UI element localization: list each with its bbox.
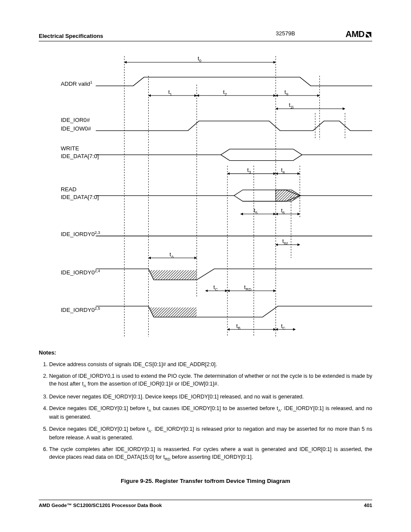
svg-text:ADDR valid1: ADDR valid1 [61, 80, 92, 87]
signal-addr: ADDR valid1 [61, 77, 372, 87]
svg-text:t9: t9 [284, 89, 288, 96]
svg-text:t1: t1 [168, 89, 172, 96]
svg-text:IDE_DATA[7:0]: IDE_DATA[7:0] [61, 153, 99, 159]
header-docnum: 32579B [276, 30, 295, 37]
amd-logo: AMD [346, 29, 372, 39]
svg-text:IDE_IORDY02,3: IDE_IORDY02,3 [61, 230, 100, 237]
note-item: Device negates IDE_IORDY[0:1] before tA … [49, 404, 372, 421]
svg-text:IDE_DATA[7:0]: IDE_DATA[7:0] [61, 194, 99, 200]
svg-text:tRD: tRD [244, 284, 252, 292]
footer-left: AMD Geode™ SC1200/SC1201 Processor Data … [39, 503, 162, 508]
notes-list: Device address consists of signals IDE_C… [39, 361, 372, 462]
svg-text:IDE_IORDY02,4: IDE_IORDY02,4 [61, 269, 100, 276]
svg-text:tB: tB [236, 323, 240, 330]
svg-text:IDE_IORDY02,5: IDE_IORDY02,5 [61, 306, 100, 313]
svg-text:READ: READ [61, 186, 77, 193]
note-item: Device negates IDE_IORDY[0:1] before tA.… [49, 425, 372, 442]
svg-text:t3: t3 [247, 167, 251, 174]
svg-text:t2: t2 [223, 89, 227, 96]
svg-text:IDE_IOR0#: IDE_IOR0# [61, 117, 90, 123]
signal-iordy-a: IDE_IORDY02,3 [61, 230, 372, 237]
svg-text:t0: t0 [198, 55, 202, 63]
note-item: Device address consists of signals IDE_C… [49, 361, 372, 368]
svg-text:tC: tC [213, 284, 218, 292]
signal-write-data: WRITE IDE_DATA[7:0] [61, 145, 372, 160]
note-item: Negation of IDE_IORDY0,1 is used to exte… [49, 372, 372, 389]
figure-title: Figure 9-25. Register Transfer to/from D… [39, 478, 372, 484]
notes-heading: Notes: [39, 349, 372, 357]
signal-iordy-b: IDE_IORDY02,4 [61, 269, 372, 280]
svg-text:tC: tC [281, 323, 286, 330]
svg-text:t2i: t2i [289, 102, 293, 109]
footer-page: 401 [364, 503, 372, 508]
svg-text:t6: t6 [281, 207, 285, 215]
header-section: Electrical Specifications [39, 33, 103, 39]
svg-text:t4: t4 [281, 167, 285, 174]
svg-text:tA: tA [169, 251, 174, 259]
svg-text:t6z: t6z [282, 238, 288, 246]
signal-read-data: READ IDE_DATA[7:0] [61, 186, 372, 201]
timing-diagram: t0 ADDR valid1 t1 t2 t9 t2i IDE_IOR0# [39, 52, 372, 341]
svg-text:t5: t5 [254, 207, 258, 215]
svg-text:WRITE: WRITE [61, 145, 79, 152]
signal-ior-iow: IDE_IOR0# IDE_IOW0# [61, 117, 372, 132]
svg-text:IDE_IOW0#: IDE_IOW0# [61, 125, 91, 132]
note-item: The cycle completes after IDE_IORDY[0:1]… [49, 445, 372, 462]
page-footer: AMD Geode™ SC1200/SC1201 Processor Data … [39, 500, 372, 508]
signal-iordy-c: IDE_IORDY02,5 [61, 306, 372, 317]
note-item: Device never negates IDE_IORDY[0:1]. Dev… [49, 393, 372, 401]
timing-t0: t0 [125, 55, 276, 63]
notes-section: Notes: Device address consists of signal… [39, 349, 372, 462]
page-header: Electrical Specifications 32579B AMD [39, 29, 372, 41]
